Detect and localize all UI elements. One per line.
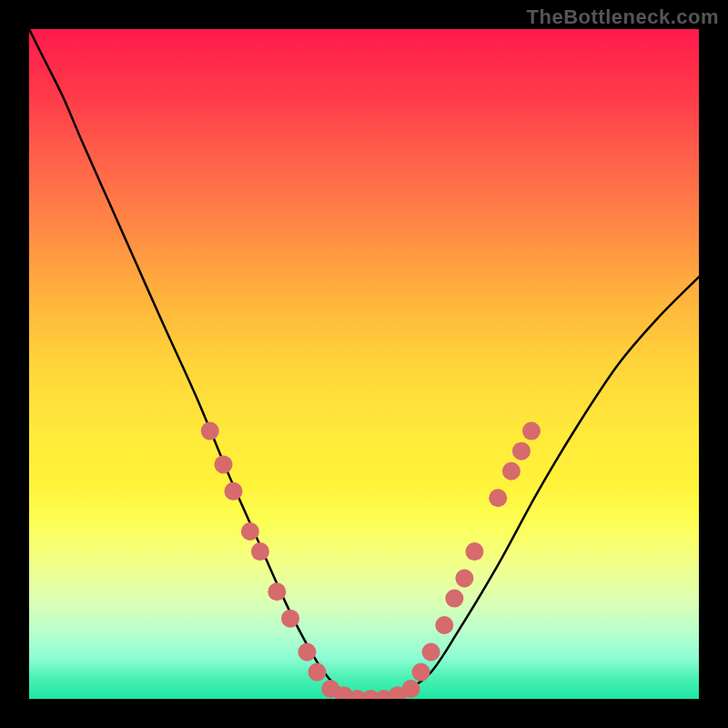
marker-point <box>241 522 259 541</box>
marker-point <box>422 642 440 661</box>
marker-point <box>435 616 453 634</box>
marker-point <box>321 680 339 698</box>
marker-point <box>445 590 463 608</box>
marker-point <box>349 690 367 699</box>
marker-point <box>214 455 232 473</box>
chart-svg <box>29 29 699 699</box>
marker-point <box>224 482 242 500</box>
marker-point <box>308 663 326 682</box>
marker-point <box>361 690 379 699</box>
marker-point <box>389 686 407 699</box>
chart-plot-area <box>29 29 699 699</box>
marker-point <box>402 680 420 698</box>
marker-point <box>298 642 316 661</box>
marker-point <box>375 690 393 699</box>
marker-point <box>201 422 219 440</box>
marker-point <box>502 462 521 480</box>
marker-point <box>512 442 531 460</box>
marker-group <box>201 422 541 699</box>
marker-point <box>465 542 483 561</box>
marker-point <box>455 570 473 588</box>
marker-point <box>489 489 507 507</box>
marker-point <box>412 663 430 682</box>
attribution-text: TheBottleneck.com <box>527 5 719 29</box>
marker-point <box>281 610 299 628</box>
marker-point <box>335 686 353 699</box>
marker-point <box>522 422 541 440</box>
bottleneck-curve-line <box>29 29 699 699</box>
marker-point <box>251 542 269 561</box>
marker-point <box>268 582 286 601</box>
